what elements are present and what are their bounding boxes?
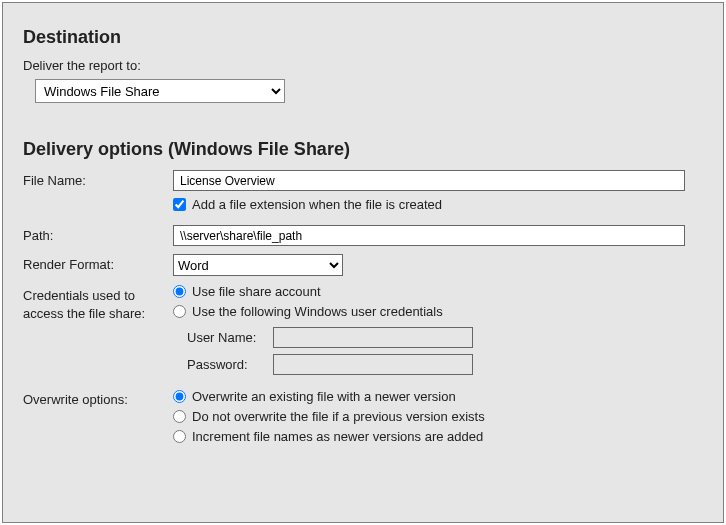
cred-share-label: Use file share account — [192, 284, 321, 299]
destination-heading: Destination — [23, 27, 703, 48]
username-label: User Name: — [187, 330, 273, 345]
render-format-label: Render Format: — [23, 254, 173, 272]
credentials-label: Credentials used to access the file shar… — [23, 284, 173, 322]
path-input[interactable] — [173, 225, 685, 246]
path-label: Path: — [23, 225, 173, 243]
cred-windows-label: Use the following Windows user credentia… — [192, 304, 443, 319]
deliver-label: Deliver the report to: — [23, 58, 703, 73]
render-format-select[interactable]: Word — [173, 254, 343, 276]
overwrite-increment-radio[interactable] — [173, 430, 186, 443]
add-extension-label: Add a file extension when the file is cr… — [192, 197, 442, 212]
overwrite-none-label: Do not overwrite the file if a previous … — [192, 409, 485, 424]
deliver-select[interactable]: Windows File Share — [35, 79, 285, 103]
cred-share-radio[interactable] — [173, 285, 186, 298]
username-input[interactable] — [273, 327, 473, 348]
settings-panel: Destination Deliver the report to: Windo… — [2, 2, 724, 523]
overwrite-newer-label: Overwrite an existing file with a newer … — [192, 389, 456, 404]
delivery-options-heading: Delivery options (Windows File Share) — [23, 139, 703, 160]
password-label: Password: — [187, 357, 273, 372]
overwrite-increment-label: Increment file names as newer versions a… — [192, 429, 483, 444]
cred-windows-radio[interactable] — [173, 305, 186, 318]
password-input[interactable] — [273, 354, 473, 375]
overwrite-label: Overwrite options: — [23, 389, 173, 407]
add-extension-checkbox[interactable] — [173, 198, 186, 211]
file-name-label: File Name: — [23, 170, 173, 188]
overwrite-newer-radio[interactable] — [173, 390, 186, 403]
file-name-input[interactable] — [173, 170, 685, 191]
overwrite-none-radio[interactable] — [173, 410, 186, 423]
